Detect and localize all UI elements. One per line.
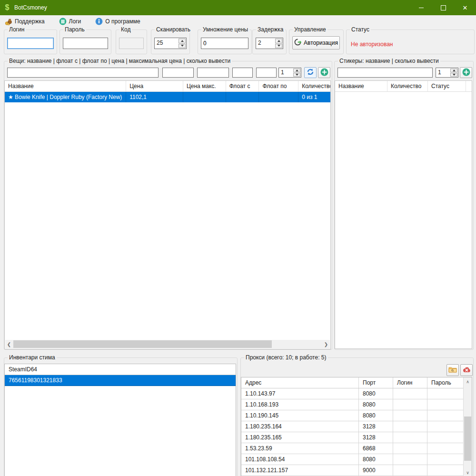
toolbar-support[interactable]: Поддержка bbox=[2, 17, 48, 26]
price-multiplier-input[interactable] bbox=[201, 38, 248, 49]
proxy-row[interactable]: 1.180.235.164 3128 bbox=[241, 421, 472, 432]
maximize-icon bbox=[441, 5, 446, 10]
plus-circle-icon bbox=[462, 68, 470, 78]
sticker-count-stepper[interactable]: 1 bbox=[436, 68, 458, 78]
delay-value: 2 bbox=[256, 38, 275, 49]
proxy-row[interactable]: 1.180.235.165 3128 bbox=[241, 432, 472, 443]
proxies-col-login[interactable]: Логин bbox=[393, 377, 427, 388]
inventories-table: SteamID64 76561198301321833 bbox=[4, 364, 236, 476]
item-count-up-button[interactable] bbox=[293, 69, 300, 72]
scroll-left-icon[interactable]: ❮ bbox=[5, 340, 13, 348]
proxy-login-cell bbox=[393, 454, 427, 465]
proxies-col-address[interactable]: Адрес bbox=[241, 377, 359, 388]
proxy-login-cell bbox=[393, 399, 427, 410]
close-button[interactable]: ✕ bbox=[454, 0, 476, 15]
proxy-password-cell bbox=[427, 443, 464, 454]
item-price-input[interactable] bbox=[232, 68, 253, 78]
password-input[interactable] bbox=[63, 38, 108, 49]
items-col-quantity[interactable]: Количество bbox=[298, 81, 330, 91]
sticker-count-down-button[interactable] bbox=[450, 73, 457, 77]
item-float-to-cell bbox=[259, 92, 298, 102]
item-count-down-button[interactable] bbox=[293, 73, 300, 77]
stickers-listview: Название Количество Статус bbox=[335, 80, 472, 349]
delay-stepper[interactable]: 2 bbox=[256, 38, 283, 49]
stickers-col-status[interactable]: Статус bbox=[428, 81, 466, 91]
proxies-vertical-scrollbar[interactable]: ∧ ∨ bbox=[463, 377, 472, 476]
arrow-up-icon bbox=[181, 40, 184, 42]
items-col-name[interactable]: Название bbox=[5, 81, 126, 91]
stickers-table-header: Название Количество Статус bbox=[335, 81, 472, 92]
open-proxies-file-button[interactable] bbox=[446, 364, 459, 376]
login-input[interactable] bbox=[7, 38, 54, 49]
item-float-to-input[interactable] bbox=[197, 68, 229, 78]
add-item-button[interactable] bbox=[318, 67, 330, 78]
delay-up-button[interactable] bbox=[275, 39, 282, 43]
delay-down-button[interactable] bbox=[275, 44, 282, 49]
arrow-up-icon bbox=[278, 40, 280, 42]
scroll-down-icon[interactable]: ∨ bbox=[464, 468, 472, 476]
inventory-row[interactable]: 76561198301321833 bbox=[5, 375, 236, 386]
inventories-table-header: SteamID64 bbox=[5, 364, 236, 375]
proxies-col-port[interactable]: Порт bbox=[359, 377, 393, 388]
items-table-row[interactable]: ★ Bowie Knife | Doppler Ruby (Factory Ne… bbox=[5, 92, 330, 102]
proxy-row[interactable]: 1.53.23.59 6868 bbox=[241, 443, 472, 454]
items-col-float-from[interactable]: Флоат с bbox=[226, 81, 259, 91]
item-count-value: 1 bbox=[279, 68, 293, 77]
items-panel-title: Вещи: название | флоат с | флоат по | це… bbox=[8, 58, 232, 64]
code-input bbox=[119, 38, 144, 49]
scroll-right-icon[interactable]: ❯ bbox=[322, 340, 330, 348]
inventories-col-steamid[interactable]: SteamID64 bbox=[5, 364, 236, 375]
add-sticker-button[interactable] bbox=[460, 67, 472, 78]
scrollbar-thumb[interactable] bbox=[464, 416, 471, 461]
proxy-address-cell: 101.132.121.157 bbox=[241, 465, 359, 476]
arrow-down-icon bbox=[181, 45, 184, 47]
scan-up-button[interactable] bbox=[178, 39, 186, 43]
toolbar-logs[interactable]: Логи bbox=[56, 17, 84, 26]
authorize-button[interactable]: Авторизация bbox=[292, 36, 340, 50]
toolbar-about[interactable]: О программе bbox=[92, 17, 143, 26]
folder-icon bbox=[448, 366, 457, 375]
proxy-row[interactable]: 101.132.121.157 9000 bbox=[241, 465, 472, 476]
items-col-float-to[interactable]: Флоат по bbox=[259, 81, 298, 91]
item-name-input[interactable] bbox=[7, 68, 159, 78]
scan-stepper[interactable]: 25 bbox=[154, 38, 187, 49]
proxy-login-cell bbox=[393, 421, 427, 432]
item-name-cell: ★ Bowie Knife | Doppler Ruby (Factory Ne… bbox=[5, 92, 126, 102]
proxies-col-password[interactable]: Пароль bbox=[427, 377, 464, 388]
scroll-up-icon[interactable]: ∧ bbox=[464, 377, 472, 386]
inventories-panel-title: Инвентари стима bbox=[8, 354, 57, 361]
scan-down-button[interactable] bbox=[178, 44, 186, 49]
item-count-stepper[interactable]: 1 bbox=[278, 68, 301, 78]
sticker-count-up-button[interactable] bbox=[450, 69, 457, 72]
scrollbar-thumb[interactable] bbox=[13, 340, 272, 348]
item-float-from-input[interactable] bbox=[162, 68, 194, 78]
items-col-price[interactable]: Цена bbox=[126, 81, 183, 91]
items-col-price-max[interactable]: Цена макс. bbox=[183, 81, 226, 91]
items-horizontal-scrollbar[interactable]: ❮ ❯ bbox=[5, 340, 330, 348]
stickers-col-quantity[interactable]: Количество bbox=[387, 81, 428, 91]
info-circle-icon bbox=[95, 18, 103, 25]
item-price-max-input[interactable] bbox=[256, 68, 277, 78]
toolbar-support-label: Поддержка bbox=[15, 18, 45, 25]
login-group-label: Логин bbox=[8, 26, 26, 33]
stickers-col-name[interactable]: Название bbox=[335, 81, 387, 91]
toolbar-logs-label: Логи bbox=[69, 18, 81, 25]
sticker-name-input[interactable] bbox=[337, 68, 433, 78]
clear-proxies-button[interactable] bbox=[460, 364, 473, 376]
steamid-cell: 76561198301321833 bbox=[5, 375, 236, 386]
proxy-port-cell: 6868 bbox=[359, 443, 393, 454]
proxies-panel: Прокси (всего: 10; в работе: 5) bbox=[240, 357, 474, 476]
proxy-row[interactable]: 1.10.168.193 8080 bbox=[241, 399, 472, 410]
proxy-row[interactable]: 1.10.143.97 8080 bbox=[241, 388, 472, 399]
proxy-address-cell: 101.108.108.54 bbox=[241, 454, 359, 465]
minimize-button[interactable] bbox=[410, 0, 432, 15]
refresh-items-button[interactable] bbox=[304, 67, 317, 78]
proxies-panel-title: Прокси (всего: 10; в работе: 5) bbox=[244, 354, 328, 361]
proxy-row[interactable]: 101.108.108.54 8080 bbox=[241, 454, 472, 465]
proxy-login-cell bbox=[393, 465, 427, 476]
arrow-down-icon bbox=[296, 74, 298, 76]
proxy-row[interactable]: 1.10.190.145 8080 bbox=[241, 410, 472, 421]
authorize-button-label: Авторизация bbox=[304, 40, 338, 46]
minimize-icon bbox=[419, 8, 424, 8]
maximize-button[interactable] bbox=[432, 0, 454, 15]
